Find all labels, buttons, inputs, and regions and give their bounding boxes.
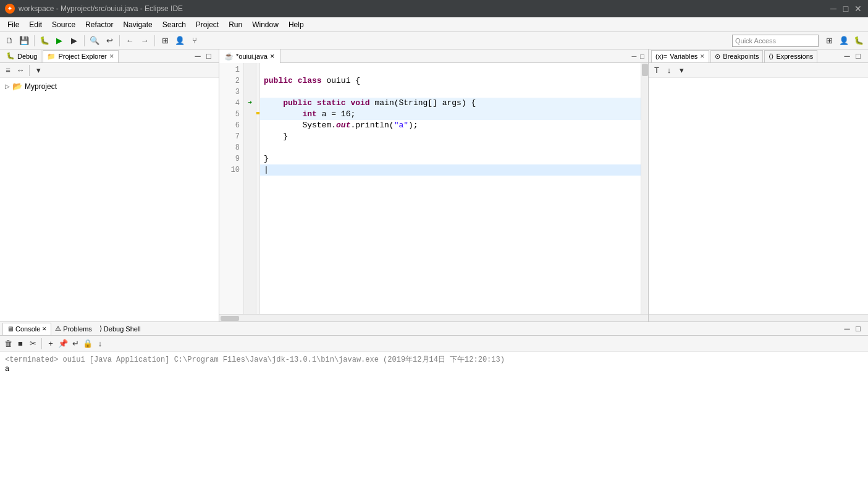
tree-arrow-myproject: ▷ <box>5 83 10 90</box>
console-terminate-btn[interactable]: ■ <box>15 338 26 349</box>
show-type-btn[interactable]: T <box>651 65 662 76</box>
variables-tab-close[interactable]: ✕ <box>700 53 705 59</box>
link-editor-btn[interactable]: ↔ <box>15 65 26 76</box>
tab-problems[interactable]: ⚠ Problems <box>51 323 95 335</box>
problems-icon: ⚠ <box>55 325 61 333</box>
tb-search-btn[interactable]: 🔍 <box>88 34 101 48</box>
ln-3: 3 <box>219 87 243 98</box>
tab-debug-shell[interactable]: ⟩ Debug Shell <box>96 323 145 335</box>
menu-run[interactable]: Run <box>224 19 247 30</box>
gutter-1 <box>244 63 256 74</box>
tab-ouiui-java[interactable]: ☕ *ouiui.java ✕ <box>219 49 280 63</box>
tb-debug-btn[interactable]: 🐛 <box>38 34 51 48</box>
tb-run-btn[interactable]: ▶ <box>53 34 66 48</box>
ln-8: 8 <box>219 142 243 153</box>
menu-help[interactable]: Help <box>284 19 309 30</box>
maximize-button[interactable]: □ <box>841 4 851 14</box>
tab-console[interactable]: 🖥 Console ✕ <box>2 323 51 335</box>
gutter-6 <box>244 119 256 130</box>
tab-breakpoints[interactable]: ⊙ Breakpoints <box>710 50 763 62</box>
tb-save-btn[interactable]: 💾 <box>17 34 31 48</box>
editor-vscrollbar[interactable] <box>641 63 648 314</box>
project-tree: ▷ 📂 Myproject <box>0 78 219 321</box>
right-panel-minimize[interactable]: ─ <box>842 51 852 61</box>
tb-nav-back-btn[interactable]: ← <box>123 34 137 48</box>
view-menu-btn[interactable]: ▾ <box>33 65 44 76</box>
right-panel: (x)= Variables ✕ ⊙ Breakpoints ⟨⟩ Expres… <box>649 49 868 321</box>
quick-access-input[interactable]: Quick Access <box>732 35 819 47</box>
menu-project[interactable]: Project <box>191 19 224 30</box>
tb-run2-btn[interactable]: ▶ <box>67 34 81 48</box>
tb-layout-btn[interactable]: ⊞ <box>822 34 836 48</box>
editor-hscrollbar[interactable] <box>219 314 648 321</box>
menu-file[interactable]: File <box>2 19 24 30</box>
console-tab-close[interactable]: ✕ <box>42 326 47 332</box>
tab-debug[interactable]: 🐛 Debug <box>2 50 41 62</box>
menu-source[interactable]: Source <box>47 19 80 30</box>
collapse-vars-btn[interactable]: ↓ <box>664 65 675 76</box>
console-newcon-btn[interactable]: + <box>45 338 56 349</box>
menu-bar: File Edit Source Refactor Navigate Searc… <box>0 17 868 32</box>
view-vars-btn[interactable]: ▾ <box>676 65 687 76</box>
code-line-5: int a = 16; <box>260 109 641 120</box>
editor-gutter[interactable]: ➜ <box>244 63 256 314</box>
tree-item-myproject[interactable]: ▷ 📂 Myproject <box>2 80 216 92</box>
minimize-button[interactable]: ─ <box>828 4 838 14</box>
right-panel-toolbar: T ↓ ▾ <box>649 63 868 78</box>
tb-ref-btn[interactable]: ↩ <box>103 34 116 48</box>
console-pin-btn[interactable]: 📌 <box>57 338 69 349</box>
project-explorer-icon: 📁 <box>47 53 56 61</box>
right-panel-tabbar: (x)= Variables ✕ ⊙ Breakpoints ⟨⟩ Expres… <box>649 49 868 63</box>
project-name-label: Myproject <box>25 82 57 91</box>
tab-expressions[interactable]: ⟨⟩ Expressions <box>764 50 817 62</box>
menu-search[interactable]: Search <box>158 19 191 30</box>
console-scroll-end-btn[interactable]: ↓ <box>95 338 106 349</box>
code-editor[interactable]: 1 2 3 4 5 6 7 8 9 10 ➜ <box>219 63 648 314</box>
tb-sep1 <box>34 35 35 46</box>
tb-sep4 <box>154 35 155 46</box>
menu-navigate[interactable]: Navigate <box>118 19 157 30</box>
menu-window[interactable]: Window <box>247 19 284 30</box>
debugshell-tab-label: Debug Shell <box>104 325 141 333</box>
code-line-1 <box>260 64 641 75</box>
console-scroll-lock-btn[interactable]: 🔒 <box>82 338 93 349</box>
code-lines[interactable]: public class ouiui { public static void … <box>260 63 641 314</box>
tab-variables[interactable]: (x)= Variables ✕ <box>651 50 709 62</box>
project-explorer-close[interactable]: ✕ <box>109 53 114 59</box>
right-panel-maximize[interactable]: □ <box>853 51 863 61</box>
title-bar: ✦ workspace - Myproject/src/ouiui.java -… <box>0 0 868 17</box>
right-hscrollbar[interactable] <box>649 314 868 321</box>
toolbar: 🗋 💾 🐛 ▶ ▶ 🔍 ↩ ← → ⊞ 👤 ⑂ Quick Access ⊞ 👤… <box>0 32 868 49</box>
tb-debug2-btn[interactable]: 🐛 <box>852 34 866 48</box>
collapse-all-btn[interactable]: ≡ <box>2 65 14 76</box>
tab-project-explorer[interactable]: 📁 Project Explorer ✕ <box>43 50 118 62</box>
vscroll-thumb[interactable] <box>642 64 648 76</box>
editor-minimize-btn[interactable]: ─ <box>631 53 638 60</box>
console-minimize[interactable]: ─ <box>842 324 852 334</box>
console-clear-btn[interactable]: 🗑 <box>2 338 14 349</box>
tb-nav-fwd-btn[interactable]: → <box>138 34 151 48</box>
tb-sep2 <box>84 35 85 46</box>
tb-person-btn[interactable]: 👤 <box>173 34 187 48</box>
menu-edit[interactable]: Edit <box>24 19 47 30</box>
quick-access-label: Quick Access <box>735 37 776 45</box>
console-maximize[interactable]: □ <box>853 324 863 334</box>
eclipse-icon: ✦ <box>5 4 15 14</box>
tb-new-btn[interactable]: 🗋 <box>2 34 16 48</box>
console-output-area: <terminated> ouiui [Java Application] C:… <box>0 352 868 481</box>
close-button[interactable]: ✕ <box>853 4 863 14</box>
console-word-wrap-btn[interactable]: ↵ <box>70 338 81 349</box>
ln-4: 4 <box>219 98 243 109</box>
tb-git-btn[interactable]: ⑂ <box>188 34 201 48</box>
code-line-6: System.out.println("a"); <box>260 120 641 131</box>
hscroll-thumb[interactable] <box>221 316 239 321</box>
gutter-4: ➜ <box>244 96 256 108</box>
menu-refactor[interactable]: Refactor <box>80 19 118 30</box>
tb-perspective2-btn[interactable]: 👤 <box>837 34 851 48</box>
console-disconnect-btn[interactable]: ✂ <box>27 338 38 349</box>
editor-maximize-btn[interactable]: □ <box>639 53 646 60</box>
left-panel-minimize[interactable]: ─ <box>193 51 203 61</box>
left-panel-maximize[interactable]: □ <box>204 51 214 61</box>
tb-perspective-btn[interactable]: ⊞ <box>158 34 172 48</box>
editor-tab-close[interactable]: ✕ <box>270 53 275 59</box>
